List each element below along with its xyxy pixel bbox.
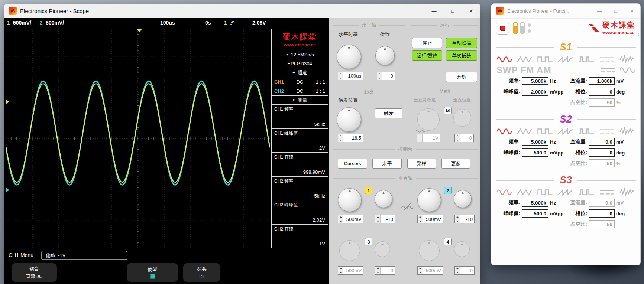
probe-button[interactable]: 探头 1:1 (183, 263, 220, 282)
decrement-arrow[interactable] (455, 271, 460, 275)
s1-vpp-input[interactable] (522, 89, 548, 95)
increment-arrow[interactable] (375, 267, 380, 271)
ramp-wave-icon[interactable] (558, 127, 573, 136)
triangle-wave-icon[interactable] (517, 187, 533, 197)
s2-dc-input[interactable] (589, 139, 614, 146)
horizontal-position-input[interactable] (382, 72, 395, 80)
analyze-button[interactable]: 分析 (446, 72, 477, 82)
ch1-offset-marker[interactable] (6, 99, 9, 104)
run-pause-button[interactable]: 运行/暂停 (412, 50, 442, 61)
close-button[interactable]: ✕ (462, 4, 480, 18)
trigger-button[interactable]: 触发 (375, 108, 402, 118)
modulation-modes-label[interactable]: SWP FM AM (496, 65, 596, 75)
decrement-arrow[interactable] (375, 219, 380, 223)
enable-checkbox[interactable] (150, 274, 155, 279)
math-scale-input[interactable] (423, 134, 440, 142)
increment-arrow[interactable] (375, 215, 380, 219)
decrement-arrow[interactable] (417, 138, 422, 142)
coupling-button[interactable]: 耦合 直流DC (12, 263, 57, 282)
ch1-scale-input[interactable] (343, 215, 363, 223)
s1-duty-input[interactable] (589, 99, 614, 106)
ch1-position-input[interactable] (381, 215, 395, 223)
ch1-badge[interactable]: 1 (365, 187, 372, 194)
output-toggle[interactable] (520, 22, 525, 34)
s2-vpp-input[interactable] (522, 150, 548, 156)
minimize-button[interactable]: — (425, 4, 443, 18)
ch2-position-input[interactable] (460, 215, 474, 223)
increment-arrow[interactable] (377, 72, 382, 76)
stop-button[interactable]: 停止 (412, 38, 442, 48)
square-wave-icon[interactable] (537, 187, 553, 197)
ch2-badge[interactable]: 2 (444, 187, 452, 194)
auto-sweep-button[interactable]: 自动扫描 (446, 38, 477, 48)
increment-arrow[interactable] (338, 134, 343, 138)
decrement-arrow[interactable] (455, 219, 460, 223)
single-capture-button[interactable]: 单次捕获 (446, 50, 477, 61)
increment-arrow[interactable] (418, 267, 423, 271)
math-position-input[interactable] (460, 134, 473, 142)
decrement-arrow[interactable] (455, 138, 460, 142)
math-sensitivity-knob[interactable] (417, 108, 440, 131)
increment-arrow[interactable] (455, 215, 460, 219)
sine-wave-icon[interactable] (496, 127, 512, 136)
sine-wave-icon[interactable] (496, 187, 512, 197)
s3-freq-input[interactable] (522, 200, 548, 206)
square-wave-icon[interactable] (537, 55, 553, 64)
ch3-position-input[interactable] (381, 267, 395, 274)
triangle-wave-icon[interactable] (517, 127, 533, 136)
s1-phase-input[interactable] (589, 89, 614, 95)
s1-dc-input[interactable] (589, 78, 614, 85)
ch4-position-input[interactable] (460, 267, 474, 274)
cursors-button[interactable]: Cursors (338, 159, 367, 169)
trigger-position-marker[interactable] (137, 29, 142, 32)
increment-arrow[interactable] (418, 215, 423, 219)
increment-arrow[interactable] (338, 267, 343, 271)
decrement-arrow[interactable] (377, 76, 382, 80)
ramp-wave-icon[interactable] (558, 55, 573, 64)
dc-wave-icon[interactable] (599, 187, 615, 197)
increment-arrow[interactable] (455, 134, 460, 138)
noise-wave-icon[interactable] (619, 55, 635, 64)
increment-arrow[interactable] (417, 134, 422, 138)
dc-wave-icon[interactable] (599, 127, 615, 136)
decrement-arrow[interactable] (418, 271, 423, 275)
ch1-position-knob[interactable] (375, 190, 392, 208)
maximize-button[interactable]: □ (443, 4, 462, 18)
s2-freq-input[interactable] (522, 139, 548, 146)
s3-dc-input[interactable] (589, 200, 614, 206)
s3-duty-input[interactable] (589, 221, 614, 228)
square-wave-icon[interactable] (537, 127, 553, 136)
noise-wave-icon[interactable] (619, 127, 635, 136)
power-toggle[interactable] (513, 22, 518, 34)
sample-menu-button[interactable]: 采样 (407, 159, 436, 169)
ch2-scale-input[interactable] (423, 215, 443, 223)
s3-phase-input[interactable] (589, 210, 614, 217)
ch3-scale-input[interactable] (343, 267, 363, 274)
decrement-arrow[interactable] (338, 138, 343, 142)
decrement-arrow[interactable] (338, 76, 343, 80)
trigger-level-input[interactable] (343, 134, 363, 142)
timebase-knob[interactable] (337, 45, 361, 69)
close-button[interactable]: ✕ (624, 4, 640, 18)
minimize-button[interactable]: — (591, 4, 608, 18)
output-stop-button[interactable] (496, 22, 509, 35)
ch4-scale-input[interactable] (423, 267, 443, 274)
ch3-position-knob[interactable] (375, 241, 390, 257)
ch4-scale-knob[interactable] (419, 240, 440, 261)
s1-freq-input[interactable] (522, 78, 548, 85)
triangle-wave-icon[interactable] (517, 55, 533, 64)
ch4-position-knob[interactable] (454, 241, 470, 257)
horizontal-menu-button[interactable]: 水平 (372, 159, 402, 169)
s3-vpp-input[interactable] (522, 210, 548, 217)
horizontal-position-knob[interactable] (375, 46, 395, 65)
ch2-position-knob[interactable] (454, 190, 472, 208)
trigger-position-knob[interactable] (337, 107, 361, 132)
ch1-scale-knob[interactable] (338, 188, 362, 212)
pulse-wave-icon[interactable] (579, 127, 594, 136)
ch2-scale-knob[interactable] (417, 188, 441, 212)
collapse-arrow[interactable]: ‹ (637, 31, 639, 38)
decrement-arrow[interactable] (338, 271, 343, 275)
decrement-arrow[interactable] (375, 271, 380, 275)
ramp-wave-icon[interactable] (558, 187, 573, 197)
pulse-wave-icon[interactable] (579, 55, 594, 64)
